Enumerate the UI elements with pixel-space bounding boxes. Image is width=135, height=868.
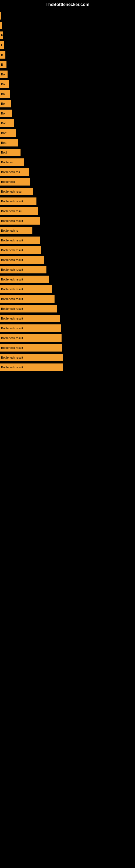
bar-item: Bottleneck result [0, 295, 54, 303]
bar-item: Bottleneck result [0, 334, 61, 342]
bar-item: Bottleneck result [0, 266, 46, 273]
bar-row: Bottleneck result [0, 245, 135, 255]
bar-item: Bo [0, 100, 11, 107]
bar-item: Bottleneck result [0, 285, 52, 293]
bar-item: Bo [0, 80, 9, 88]
bar-row: Bottleneck result [0, 343, 135, 352]
bar-row: Bottleneck res [0, 167, 135, 177]
bar-item: Bo [0, 90, 10, 98]
bar-item: Bottleneck res [0, 168, 29, 176]
bar-row: E [0, 30, 135, 40]
bar-item: Bottleneck result [0, 364, 63, 371]
bar-item: Bott [0, 139, 18, 147]
bar-item: Bottleneck result [0, 324, 61, 332]
bar-item: Bottleneck re [0, 227, 32, 235]
bar-row: Bo [0, 99, 135, 108]
bar-row: Bott [0, 138, 135, 148]
bar-row [0, 11, 135, 21]
bar-item: E [0, 31, 3, 39]
bar-row: Bottlenec [0, 157, 135, 167]
bar-item: Bottleneck result [0, 246, 41, 254]
bar-row: Bottleneck result [0, 333, 135, 343]
bar-row: Bottleneck result [0, 352, 135, 362]
bar-row: Bottleneck result [0, 236, 135, 245]
bar-item: Bott [0, 129, 16, 137]
bar-row: Bottleneck result [0, 362, 135, 372]
bar-row [0, 21, 135, 30]
bar-item: Bo [0, 70, 8, 78]
bar-item: Bottleneck result [0, 256, 44, 264]
bar-row: Bo [0, 89, 135, 99]
bar-item: B [0, 61, 6, 68]
bar-row: Bo [0, 108, 135, 118]
bar-row: Bottleneck result [0, 265, 135, 275]
bar-row: Bottleneck resu [0, 206, 135, 216]
bar-row: Bottleneck re [0, 226, 135, 236]
bar-row: Bottleneck result [0, 304, 135, 314]
bar-item: Bottleneck result [0, 305, 57, 312]
bar-row: Bott [0, 128, 135, 138]
bar-row: Bot [0, 118, 135, 128]
bar-item: Bottleneck result [0, 315, 60, 322]
bar-item: Bottleneck resu [0, 188, 33, 195]
bar-item: E [0, 41, 4, 49]
bar-row: Bottleneck result [0, 196, 135, 206]
bar-row: Bottleneck result [0, 284, 135, 294]
bar-row: B [0, 60, 135, 69]
bars-container: EEBBBoBoBoBoBoBotBottBottBottlBottlenecB… [0, 11, 135, 372]
bar-row: Bottleneck result [0, 255, 135, 265]
bar-item: Bo [0, 110, 12, 117]
bar-row: Bottleneck [0, 177, 135, 187]
bar-item: Bottlenec [0, 158, 24, 166]
bar-row: Bo [0, 79, 135, 89]
bar-item: Bottleneck result [0, 276, 49, 283]
bar-row: Bottleneck resu [0, 187, 135, 196]
bar-item [0, 22, 2, 29]
bar-row: Bottleneck result [0, 323, 135, 333]
bar-item: Bottleneck result [0, 237, 40, 244]
bar-item: Bottl [0, 149, 20, 156]
bar-row: Bottleneck result [0, 216, 135, 226]
bar-row: Bottl [0, 148, 135, 157]
bar-row: E [0, 40, 135, 50]
bar-item: Bot [0, 119, 14, 127]
bar-row: Bo [0, 69, 135, 79]
bar-item: Bottleneck [0, 178, 30, 186]
bar-item: Bottleneck result [0, 344, 62, 351]
bar-item: Bottleneck result [0, 354, 63, 361]
bar-row: Bottleneck result [0, 275, 135, 284]
bar-item: Bottleneck result [0, 197, 37, 205]
bar-row: Bottleneck result [0, 314, 135, 323]
bar-item: Bottleneck resu [0, 207, 38, 215]
site-title: TheBottlenecker.com [0, 2, 135, 7]
bar-item: Bottleneck result [0, 217, 40, 225]
bar-item [0, 12, 1, 20]
bar-row: B [0, 50, 135, 60]
bar-row: Bottleneck result [0, 294, 135, 304]
bar-item: B [0, 51, 5, 59]
